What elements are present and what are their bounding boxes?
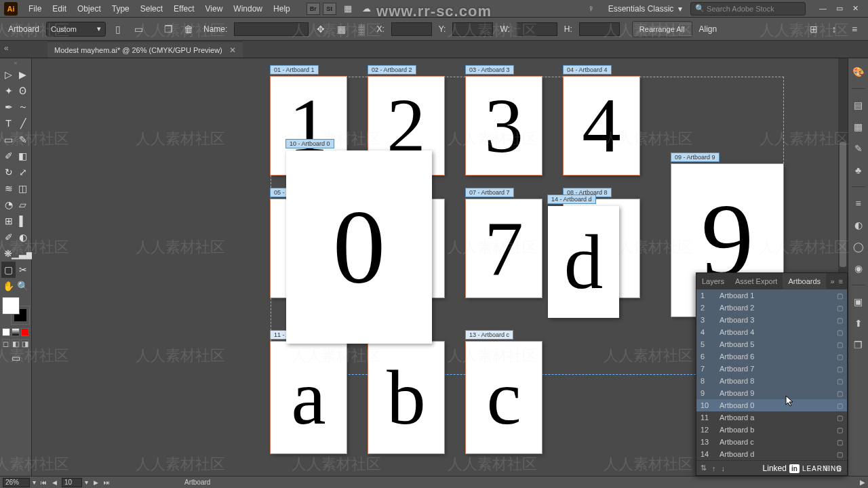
tips-icon[interactable]: ♀ [584,1,599,16]
brushes-panel-icon[interactable]: ✎ [852,142,865,155]
artboard-7[interactable]: 07 - Artboard 77 [466,199,542,298]
artboard-label[interactable]: 03 - Artboard 3 [465,65,514,75]
hand-tool[interactable]: ✋ [1,278,16,294]
direct-selection-tool[interactable]: ▶ [16,66,30,83]
artboard-11[interactable]: 11 - Artboard aa [271,342,347,453]
tab-options-icon[interactable]: « [4,43,9,53]
draw-inside-icon[interactable]: ◨ [21,339,29,347]
artboard-label[interactable]: 02 - Artboard 2 [368,65,416,75]
landscape-icon[interactable]: ▭ [130,21,146,37]
move-artwork-icon[interactable]: ✥ [313,21,329,37]
maximize-button[interactable]: ▭ [836,4,843,13]
search-stock-input[interactable]: 🔍 Search Adobe Stock [690,2,806,16]
artboard-row[interactable]: 3Artboard 3▢ [696,314,847,326]
artboard-label[interactable]: 07 - Artboard 7 [465,188,514,197]
artboard-label[interactable]: 10 - Artboard 0 [285,139,334,148]
grid-view-icon[interactable]: ⊞ [806,21,822,37]
artboard-options-icon[interactable]: ▢ [837,329,843,336]
menu-view[interactable]: View [200,1,229,16]
artboards-panel[interactable]: LayersAsset ExportArtboards»≡ 1Artboard … [696,272,848,476]
artboard-row[interactable]: 12Artboard b▢ [696,424,847,436]
artboard-options-icon[interactable]: ▢ [837,439,843,446]
layers-panel-icon[interactable]: ▣ [852,295,865,308]
artboard-14[interactable]: 14 - Artboard dd [548,206,619,318]
artboard-options-icon[interactable]: ▢ [837,390,843,397]
artboard-3[interactable]: 03 - Artboard 33 [466,77,542,175]
menu-file[interactable]: File [23,1,47,16]
artboard-row[interactable]: 5Artboard 5▢ [696,338,847,350]
panel-tab-layers[interactable]: Layers [696,273,730,289]
h-input[interactable] [579,22,620,36]
zoom-dropdown-icon[interactable]: ▾ [33,479,36,486]
appearance-panel-icon[interactable]: ◉ [852,262,865,275]
move-up-icon[interactable]: ↑ [712,464,716,472]
swatches-panel-icon[interactable]: ▦ [852,120,865,134]
panel-menu-icon[interactable]: ≡ [839,277,843,285]
artboard-options-icon[interactable]: ▢ [837,378,843,385]
slice-tool[interactable]: ✂ [16,262,30,278]
artboard-label[interactable]: 01 - Artboard 1 [270,65,319,75]
panel-tab-asset-export[interactable]: Asset Export [730,273,783,289]
symbols-panel-icon[interactable]: ♣ [852,163,865,177]
prev-artboard-icon[interactable]: ◀ [50,478,59,487]
align-options-icon[interactable]: ↕ [826,21,842,37]
artboard-row[interactable]: 2Artboard 2▢ [696,302,847,314]
artboard-row[interactable]: 7Artboard 7▢ [696,363,847,375]
eyedropper-tool[interactable]: ✐ [1,229,16,245]
artboard-4[interactable]: 04 - Artboard 44 [564,77,639,175]
artboard-label[interactable]: 04 - Artboard 4 [563,65,612,75]
panel-menu-icon[interactable]: ≡ [846,21,863,37]
artboard-row[interactable]: 6Artboard 6▢ [696,350,847,363]
portrait-icon[interactable]: ▯ [110,21,126,37]
width-tool[interactable]: ≋ [1,180,16,197]
close-button[interactable]: ✕ [852,4,859,13]
lasso-tool[interactable]: ʘ [16,83,30,99]
curvature-tool[interactable]: ～ [16,99,30,115]
panel-tab-artboards[interactable]: Artboards [783,273,826,289]
artboard-name-input[interactable] [234,22,309,36]
artboard-13[interactable]: 13 - Artboard cc [466,342,542,453]
type-tool[interactable]: T [1,115,16,131]
menu-window[interactable]: Window [228,1,268,16]
fill-stroke-control[interactable] [2,297,29,324]
artboard-row[interactable]: 13Artboard c▢ [696,436,847,448]
y-input[interactable] [452,22,493,36]
reference-point-icon[interactable]: ▦ [333,21,349,37]
rectangle-tool[interactable]: ▭ [1,131,16,148]
artboard-options-icon[interactable]: ▢ [837,414,843,422]
free-transform-tool[interactable]: ◫ [16,180,30,197]
move-down-icon[interactable]: ↓ [722,464,726,472]
line-tool[interactable]: ╱ [16,115,30,131]
scale-tool[interactable]: ⤢ [16,164,30,180]
artboard-label[interactable]: 09 - Artboard 9 [671,152,719,162]
mesh-tool[interactable]: ⊞ [1,213,16,229]
eraser-tool[interactable]: ◧ [16,148,30,164]
workspace-switcher[interactable]: Essentials Classic ▾ [601,4,689,14]
artboard-options-icon[interactable]: ▢ [837,304,843,312]
delete-artboard-icon[interactable]: 🗑 [180,21,197,37]
artboard-row[interactable]: 8Artboard 8▢ [696,375,847,387]
blend-tool[interactable]: ◐ [16,229,30,245]
artboard-options-icon[interactable]: ▢ [837,317,843,324]
menu-object[interactable]: Object [72,1,106,16]
first-artboard-icon[interactable]: ⏮ [39,478,48,487]
bridge-box-st[interactable]: St [323,3,336,15]
transparency-panel-icon[interactable]: ◯ [852,240,865,253]
preset-select[interactable]: Custom▾ [46,22,106,37]
tab-close-icon[interactable]: ✕ [229,45,236,55]
new-artboard-icon[interactable]: ❐ [160,21,176,37]
artboard-options-icon[interactable]: ▢ [837,353,843,361]
color-panel-icon[interactable]: 🎨 [852,65,865,79]
zoom-input[interactable] [3,478,30,487]
magic-wand-tool[interactable]: ✦ [1,83,16,99]
artboard-options-icon[interactable]: ▢ [837,341,843,348]
artboard-nav-dropdown-icon[interactable]: ▾ [85,479,88,486]
artboard-label[interactable]: 14 - Artboard d [547,195,596,204]
artboard-row[interactable]: 4Artboard 4▢ [696,326,847,338]
artboard-options-icon[interactable]: ▢ [837,365,843,373]
x-input[interactable] [391,22,432,36]
menu-edit[interactable]: Edit [47,1,72,16]
stroke-panel-icon[interactable]: ≡ [852,197,865,210]
artboard-12[interactable]: 12 - Artboard bb [368,342,444,453]
artboard-options-icon[interactable]: ▢ [837,292,843,300]
